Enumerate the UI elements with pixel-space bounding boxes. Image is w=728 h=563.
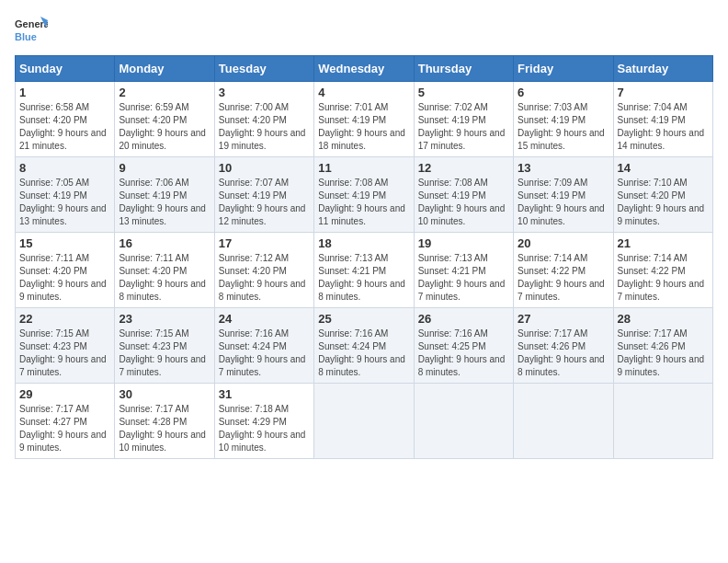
day-info: Sunrise: 7:14 AMSunset: 4:22 PMDaylight:… <box>618 253 705 302</box>
day-number: 1 <box>19 86 110 99</box>
day-info: Sunrise: 7:00 AMSunset: 4:20 PMDaylight:… <box>219 102 306 151</box>
day-info: Sunrise: 7:15 AMSunset: 4:23 PMDaylight:… <box>19 328 107 377</box>
day-number: 13 <box>518 161 609 175</box>
day-number: 7 <box>618 86 709 99</box>
day-number: 18 <box>318 236 409 250</box>
week-row-4: 22 Sunrise: 7:15 AMSunset: 4:23 PMDaylig… <box>16 308 713 384</box>
svg-text:Blue: Blue <box>15 31 37 42</box>
calendar-header: SundayMondayTuesdayWednesdayThursdayFrid… <box>16 56 713 82</box>
day-number: 19 <box>418 236 509 250</box>
calendar-cell: 24 Sunrise: 7:16 AMSunset: 4:24 PMDaylig… <box>214 308 313 384</box>
day-info: Sunrise: 7:07 AMSunset: 4:19 PMDaylight:… <box>219 178 306 226</box>
calendar-cell: 10 Sunrise: 7:07 AMSunset: 4:19 PMDaylig… <box>214 157 313 233</box>
day-number: 2 <box>119 86 210 99</box>
day-number: 16 <box>119 236 210 250</box>
day-number: 15 <box>19 236 110 250</box>
calendar-cell: 29 Sunrise: 7:17 AMSunset: 4:27 PMDaylig… <box>16 384 115 459</box>
day-info: Sunrise: 7:06 AMSunset: 4:19 PMDaylight:… <box>119 178 206 226</box>
calendar-cell: 13 Sunrise: 7:09 AMSunset: 4:19 PMDaylig… <box>514 157 613 233</box>
day-number: 26 <box>418 312 509 326</box>
header-day-tuesday: Tuesday <box>214 56 313 82</box>
calendar-cell <box>414 384 513 459</box>
day-number: 9 <box>119 161 210 175</box>
day-info: Sunrise: 7:18 AMSunset: 4:29 PMDaylight:… <box>219 404 306 453</box>
calendar-cell: 18 Sunrise: 7:13 AMSunset: 4:21 PMDaylig… <box>314 233 414 308</box>
logo: General Blue <box>15 15 48 48</box>
day-number: 11 <box>318 161 409 175</box>
calendar-cell <box>613 384 712 459</box>
calendar-cell: 28 Sunrise: 7:17 AMSunset: 4:26 PMDaylig… <box>613 308 712 384</box>
day-number: 24 <box>219 312 310 326</box>
calendar-cell: 25 Sunrise: 7:16 AMSunset: 4:24 PMDaylig… <box>314 308 414 384</box>
day-info: Sunrise: 7:17 AMSunset: 4:28 PMDaylight:… <box>119 404 206 453</box>
day-number: 29 <box>19 387 110 401</box>
calendar-cell <box>314 384 414 459</box>
day-info: Sunrise: 7:08 AMSunset: 4:19 PMDaylight:… <box>418 178 506 226</box>
calendar-cell: 4 Sunrise: 7:01 AMSunset: 4:19 PMDayligh… <box>314 82 414 157</box>
calendar-cell: 19 Sunrise: 7:13 AMSunset: 4:21 PMDaylig… <box>414 233 513 308</box>
calendar-cell: 5 Sunrise: 7:02 AMSunset: 4:19 PMDayligh… <box>414 82 513 157</box>
day-number: 10 <box>219 161 310 175</box>
day-number: 20 <box>518 236 609 250</box>
logo-svg: General Blue <box>15 15 48 48</box>
day-info: Sunrise: 7:11 AMSunset: 4:20 PMDaylight:… <box>119 253 206 302</box>
day-info: Sunrise: 6:59 AMSunset: 4:20 PMDaylight:… <box>119 102 206 151</box>
day-number: 5 <box>418 86 509 99</box>
week-row-2: 8 Sunrise: 7:05 AMSunset: 4:19 PMDayligh… <box>16 157 713 233</box>
calendar-cell: 14 Sunrise: 7:10 AMSunset: 4:20 PMDaylig… <box>613 157 712 233</box>
calendar-cell: 20 Sunrise: 7:14 AMSunset: 4:22 PMDaylig… <box>514 233 613 308</box>
calendar-cell: 27 Sunrise: 7:17 AMSunset: 4:26 PMDaylig… <box>514 308 613 384</box>
header-day-friday: Friday <box>514 56 613 82</box>
calendar-cell: 7 Sunrise: 7:04 AMSunset: 4:19 PMDayligh… <box>613 82 712 157</box>
calendar-cell: 30 Sunrise: 7:17 AMSunset: 4:28 PMDaylig… <box>115 384 214 459</box>
day-number: 4 <box>318 86 409 99</box>
day-info: Sunrise: 7:09 AMSunset: 4:19 PMDaylight:… <box>518 178 605 226</box>
calendar-cell: 21 Sunrise: 7:14 AMSunset: 4:22 PMDaylig… <box>613 233 712 308</box>
header-day-thursday: Thursday <box>414 56 513 82</box>
header-day-sunday: Sunday <box>16 56 115 82</box>
calendar-cell: 23 Sunrise: 7:15 AMSunset: 4:23 PMDaylig… <box>115 308 214 384</box>
day-number: 23 <box>119 312 210 326</box>
day-number: 28 <box>618 312 709 326</box>
day-info: Sunrise: 7:15 AMSunset: 4:23 PMDaylight:… <box>119 328 206 377</box>
day-number: 14 <box>618 161 709 175</box>
calendar-cell: 9 Sunrise: 7:06 AMSunset: 4:19 PMDayligh… <box>115 157 214 233</box>
header: General Blue <box>15 15 713 48</box>
day-number: 31 <box>219 387 310 401</box>
day-info: Sunrise: 7:17 AMSunset: 4:27 PMDaylight:… <box>19 404 107 453</box>
day-info: Sunrise: 7:03 AMSunset: 4:19 PMDaylight:… <box>518 102 605 151</box>
header-day-monday: Monday <box>115 56 214 82</box>
calendar-cell: 31 Sunrise: 7:18 AMSunset: 4:29 PMDaylig… <box>214 384 313 459</box>
day-info: Sunrise: 7:11 AMSunset: 4:20 PMDaylight:… <box>19 253 107 302</box>
day-info: Sunrise: 7:17 AMSunset: 4:26 PMDaylight:… <box>518 328 605 377</box>
day-number: 3 <box>219 86 310 99</box>
day-number: 12 <box>418 161 509 175</box>
day-info: Sunrise: 7:16 AMSunset: 4:24 PMDaylight:… <box>318 328 405 377</box>
day-info: Sunrise: 7:14 AMSunset: 4:22 PMDaylight:… <box>518 253 605 302</box>
calendar-cell: 16 Sunrise: 7:11 AMSunset: 4:20 PMDaylig… <box>115 233 214 308</box>
day-info: Sunrise: 7:16 AMSunset: 4:25 PMDaylight:… <box>418 328 506 377</box>
day-number: 27 <box>518 312 609 326</box>
calendar-cell: 22 Sunrise: 7:15 AMSunset: 4:23 PMDaylig… <box>16 308 115 384</box>
week-row-5: 29 Sunrise: 7:17 AMSunset: 4:27 PMDaylig… <box>16 384 713 459</box>
day-number: 25 <box>318 312 409 326</box>
day-info: Sunrise: 7:04 AMSunset: 4:19 PMDaylight:… <box>618 102 705 151</box>
day-number: 30 <box>119 387 210 401</box>
calendar-cell: 6 Sunrise: 7:03 AMSunset: 4:19 PMDayligh… <box>514 82 613 157</box>
day-info: Sunrise: 7:02 AMSunset: 4:19 PMDaylight:… <box>418 102 506 151</box>
day-number: 8 <box>19 161 110 175</box>
day-info: Sunrise: 7:13 AMSunset: 4:21 PMDaylight:… <box>418 253 506 302</box>
calendar-cell: 3 Sunrise: 7:00 AMSunset: 4:20 PMDayligh… <box>214 82 313 157</box>
header-day-wednesday: Wednesday <box>314 56 414 82</box>
week-row-1: 1 Sunrise: 6:58 AMSunset: 4:20 PMDayligh… <box>16 82 713 157</box>
day-info: Sunrise: 7:16 AMSunset: 4:24 PMDaylight:… <box>219 328 306 377</box>
calendar-cell: 12 Sunrise: 7:08 AMSunset: 4:19 PMDaylig… <box>414 157 513 233</box>
day-info: Sunrise: 7:13 AMSunset: 4:21 PMDaylight:… <box>318 253 405 302</box>
calendar-cell: 8 Sunrise: 7:05 AMSunset: 4:19 PMDayligh… <box>16 157 115 233</box>
calendar-table: SundayMondayTuesdayWednesdayThursdayFrid… <box>15 55 713 459</box>
day-info: Sunrise: 7:10 AMSunset: 4:20 PMDaylight:… <box>618 178 705 226</box>
day-info: Sunrise: 7:05 AMSunset: 4:19 PMDaylight:… <box>19 178 107 226</box>
calendar-cell: 26 Sunrise: 7:16 AMSunset: 4:25 PMDaylig… <box>414 308 513 384</box>
day-info: Sunrise: 6:58 AMSunset: 4:20 PMDaylight:… <box>19 102 107 151</box>
day-number: 17 <box>219 236 310 250</box>
